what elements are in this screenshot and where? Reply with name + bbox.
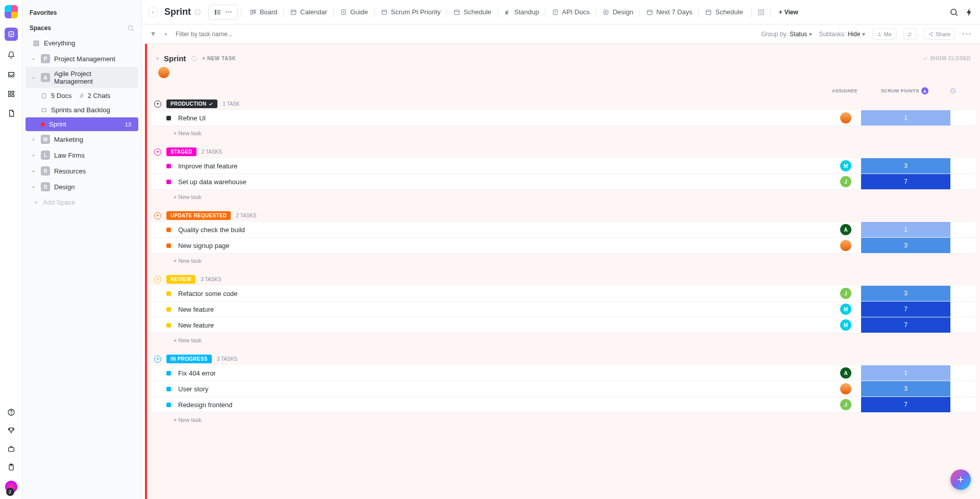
view-tab-calendar[interactable]: Calendar: [285, 5, 332, 19]
task-assignee[interactable]: [830, 383, 861, 394]
task-row[interactable]: Redesign frontendJ7: [151, 397, 976, 413]
status-pill[interactable]: UPDATE REQUESTED: [166, 211, 231, 220]
briefcase-icon[interactable]: [6, 444, 16, 454]
sidebar-docs[interactable]: 5 Docs#2 Chats: [26, 89, 138, 103]
view-tab-board[interactable]: Board: [244, 5, 283, 19]
task-assignee[interactable]: [830, 240, 861, 251]
task-scrum-points[interactable]: 1: [861, 110, 950, 126]
new-task-button[interactable]: + NEW TASK: [202, 56, 236, 61]
collapse-sidebar-button[interactable]: ‹: [148, 7, 158, 17]
new-task-row[interactable]: + New task: [151, 333, 976, 343]
sidebar-space-agile-project-management[interactable]: ▸AAgile Project Management: [26, 67, 138, 88]
task-assignee[interactable]: [830, 112, 861, 123]
favorites-header[interactable]: Favorites: [22, 5, 141, 20]
task-assignee[interactable]: M: [830, 304, 861, 315]
info-icon[interactable]: [194, 9, 201, 16]
new-task-row[interactable]: + New task: [151, 126, 976, 136]
view-tab-guide[interactable]: Guide: [335, 5, 373, 19]
spaces-header[interactable]: Spaces: [22, 20, 141, 36]
sidebar-sprints-backlog[interactable]: Sprints and Backlog: [26, 103, 138, 117]
view-tab-next-7-days[interactable]: Next 7 Days: [641, 5, 698, 19]
sidebar-space-project-management[interactable]: ▸PProject Management: [26, 51, 138, 66]
task-row[interactable]: New featureM7: [151, 317, 976, 333]
search-icon[interactable]: [127, 24, 134, 32]
task-assignee[interactable]: J: [830, 399, 861, 410]
grid-view-icon[interactable]: [757, 8, 765, 16]
task-scrum-points[interactable]: 7: [861, 317, 950, 333]
list-owner-avatar[interactable]: [158, 67, 169, 78]
collapse-group-icon[interactable]: ▾: [154, 212, 161, 219]
search-icon[interactable]: [949, 8, 959, 17]
sidebar-space-marketing[interactable]: ▸MMarketing: [26, 132, 138, 147]
add-space-button[interactable]: +Add Space: [26, 195, 138, 209]
sidebar-space-resources[interactable]: ▸RResources: [26, 163, 138, 179]
sidebar-space-law-firms[interactable]: ▸LLaw Firms: [26, 147, 138, 163]
task-scrum-points[interactable]: 7: [861, 302, 950, 317]
bolt-icon[interactable]: [965, 8, 974, 17]
user-avatar[interactable]: 2: [5, 481, 17, 493]
create-fab[interactable]: +: [950, 469, 971, 490]
trophy-icon[interactable]: [6, 426, 16, 436]
task-row[interactable]: Refine UI1: [151, 110, 976, 126]
home-icon[interactable]: [5, 28, 18, 41]
view-tab-schedule[interactable]: Schedule: [448, 5, 496, 19]
show-closed-button[interactable]: SHOW CLOSED: [922, 56, 971, 61]
status-pill[interactable]: IN PROGRESS: [166, 355, 212, 363]
filter-icon[interactable]: [150, 31, 156, 37]
task-row[interactable]: Improve that featureM3: [151, 158, 976, 174]
clipboard-icon[interactable]: [6, 462, 16, 472]
sidebar-space-design[interactable]: ▸DDesign: [26, 179, 138, 194]
view-list-active[interactable]: •••: [208, 5, 238, 20]
view-tab-schedule[interactable]: Schedule: [700, 5, 748, 19]
inbox-icon[interactable]: [6, 69, 16, 80]
task-scrum-points[interactable]: 1: [861, 365, 950, 381]
more-icon[interactable]: •••: [962, 31, 972, 38]
view-tab-scrum-pt-priority[interactable]: Scrum Pt Priority: [376, 5, 446, 19]
people-button[interactable]: [903, 29, 917, 40]
info-icon[interactable]: [191, 56, 197, 62]
task-assignee[interactable]: A: [830, 224, 861, 235]
task-assignee[interactable]: A: [830, 367, 861, 379]
doc-icon[interactable]: [6, 108, 16, 118]
task-scrum-points[interactable]: 1: [861, 222, 950, 237]
sidebar-sprint[interactable]: Sprint13: [26, 117, 138, 131]
collapse-group-icon[interactable]: ▾: [154, 148, 161, 156]
task-row[interactable]: Fix 404 errorA1: [151, 365, 976, 381]
task-row[interactable]: User story3: [151, 381, 976, 397]
task-scrum-points[interactable]: 7: [861, 397, 950, 412]
bell-icon[interactable]: [6, 50, 16, 60]
view-tab-design[interactable]: Design: [597, 5, 638, 19]
share-button[interactable]: Share: [924, 29, 955, 40]
task-assignee[interactable]: J: [830, 288, 861, 299]
groupby-control[interactable]: Group by: Status ▾: [761, 31, 812, 38]
task-assignee[interactable]: M: [830, 319, 861, 331]
status-pill[interactable]: PRODUCTION: [166, 99, 217, 108]
add-column-button[interactable]: [949, 87, 970, 94]
view-tab-api-docs[interactable]: API Docs: [547, 5, 595, 19]
view-tab-standup[interactable]: #Standup: [499, 5, 544, 19]
task-assignee[interactable]: J: [830, 176, 861, 187]
task-row[interactable]: Refactor some codeJ3: [151, 286, 976, 302]
task-row[interactable]: New featureM7: [151, 302, 976, 317]
task-row[interactable]: Set up data warehouseJ7: [151, 174, 976, 190]
apps-icon[interactable]: [6, 89, 16, 99]
add-view-button[interactable]: +View: [774, 6, 803, 19]
collapse-list-icon[interactable]: ▾: [156, 56, 159, 61]
subtasks-control[interactable]: Subtasks: Hide ▾: [819, 31, 865, 38]
collapse-group-icon[interactable]: ▾: [154, 101, 161, 108]
task-scrum-points[interactable]: 3: [861, 286, 950, 301]
sidebar-everything[interactable]: Everything: [26, 36, 138, 50]
new-task-row[interactable]: + New task: [151, 413, 976, 423]
task-scrum-points[interactable]: 3: [861, 158, 950, 173]
filter-input[interactable]: [176, 31, 278, 38]
status-pill[interactable]: REVIEW: [166, 275, 195, 284]
sort-icon[interactable]: ▲: [921, 87, 928, 94]
task-scrum-points[interactable]: 3: [861, 238, 950, 253]
task-row[interactable]: New signup page3: [151, 238, 976, 254]
task-assignee[interactable]: M: [830, 160, 861, 171]
task-scrum-points[interactable]: 3: [861, 381, 950, 396]
new-task-row[interactable]: + New task: [151, 254, 976, 264]
collapse-group-icon[interactable]: ▾: [154, 356, 161, 363]
help-icon[interactable]: [6, 407, 16, 417]
new-task-row[interactable]: + New task: [151, 190, 976, 200]
